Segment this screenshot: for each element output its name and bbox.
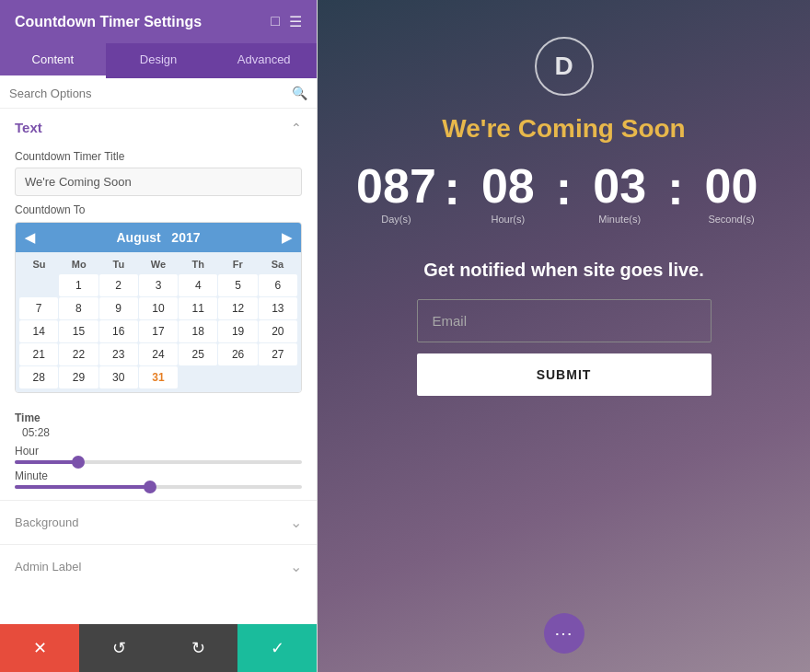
background-section[interactable]: Background ⌄: [0, 500, 317, 544]
countdown-minutes-label: Minute(s): [598, 214, 641, 225]
calendar-day[interactable]: 28: [19, 366, 58, 388]
redo-button[interactable]: ↻: [158, 624, 237, 672]
countdown-row: 087 Day(s) : 08 Hour(s) : 03 Minute(s) :…: [351, 162, 778, 225]
search-icon: 🔍: [292, 86, 307, 100]
email-input-wrapper: [417, 299, 712, 342]
calendar-day[interactable]: 23: [99, 343, 138, 365]
background-section-title: Background: [15, 516, 78, 529]
redo-icon: ↻: [191, 638, 205, 658]
day-name-mo: Mo: [59, 256, 98, 272]
text-section-chevron-icon: ⌃: [291, 121, 302, 135]
calendar-day: [19, 274, 58, 296]
colon-2: :: [556, 164, 572, 223]
admin-label-section[interactable]: Admin Label ⌄: [0, 544, 317, 588]
calendar-day[interactable]: 7: [19, 297, 58, 319]
coming-soon-title: We're Coming Soon: [442, 114, 685, 144]
calendar-day[interactable]: 10: [139, 297, 178, 319]
calendar-next-btn[interactable]: ▶: [282, 230, 292, 245]
text-section-content: Countdown Timer Title Countdown To ◀ Aug…: [0, 150, 317, 404]
calendar-grid: Su Mo Tu We Th Fr Sa 1234567891011121314…: [16, 252, 301, 392]
colon-1: :: [445, 164, 460, 223]
calendar-prev-btn[interactable]: ◀: [25, 230, 35, 245]
calendar: ◀ August 2017 ▶ Su Mo Tu We Th Fr Sa: [15, 222, 302, 393]
day-name-we: We: [138, 256, 178, 272]
day-name-tu: Tu: [98, 256, 138, 272]
time-label: Time: [15, 411, 302, 424]
tab-design[interactable]: Design: [106, 43, 212, 78]
save-icon: ✓: [271, 638, 284, 658]
calendar-day[interactable]: 22: [59, 343, 98, 365]
countdown-seconds-label: Second(s): [708, 214, 754, 225]
calendar-day[interactable]: 12: [218, 297, 257, 319]
day-name-fr: Fr: [218, 256, 258, 272]
fab-button[interactable]: ⋯: [544, 613, 584, 654]
settings-icon[interactable]: ☰: [289, 13, 302, 30]
calendar-days: 1234567891011121314151617181920212223242…: [19, 274, 297, 388]
search-input[interactable]: [9, 87, 286, 100]
admin-label-section-title: Admin Label: [15, 560, 81, 574]
text-section-header[interactable]: Text ⌃: [0, 109, 317, 143]
calendar-day[interactable]: 14: [19, 320, 58, 342]
countdown-days-number: 087: [356, 162, 436, 210]
admin-label-chevron-icon: ⌄: [290, 558, 302, 575]
countdown-hours-label: Hour(s): [491, 214, 525, 225]
undo-button[interactable]: ↺: [79, 624, 158, 672]
calendar-day[interactable]: 5: [218, 274, 257, 296]
calendar-day[interactable]: 13: [259, 297, 297, 319]
calendar-header: ◀ August 2017 ▶: [16, 223, 301, 252]
panel-header: Countdown Timer Settings □ ☰: [0, 0, 317, 43]
panel-body: Text ⌃ Countdown Timer Title Countdown T…: [0, 109, 317, 624]
time-section: Time 05:28 Hour Minute: [0, 404, 317, 500]
calendar-day[interactable]: 17: [139, 320, 178, 342]
calendar-day[interactable]: 21: [19, 343, 58, 365]
search-bar: 🔍: [0, 78, 317, 109]
minute-slider-label: Minute: [15, 469, 302, 482]
countdown-days-label: Day(s): [381, 214, 411, 225]
calendar-day[interactable]: 9: [99, 297, 138, 319]
bottom-toolbar: ✕ ↺ ↻ ✓: [0, 624, 317, 672]
tab-content[interactable]: Content: [0, 43, 106, 78]
calendar-day[interactable]: 3: [139, 274, 178, 296]
calendar-day[interactable]: 15: [59, 320, 98, 342]
calendar-day[interactable]: 29: [59, 366, 98, 388]
tab-bar: Content Design Advanced: [0, 43, 317, 78]
calendar-day[interactable]: 2: [99, 274, 138, 296]
calendar-day[interactable]: 20: [259, 320, 297, 342]
calendar-day[interactable]: 19: [218, 320, 257, 342]
calendar-day[interactable]: 11: [179, 297, 217, 319]
countdown-minutes: 03 Minute(s): [573, 162, 665, 225]
calendar-day[interactable]: 30: [99, 366, 138, 388]
panel-title: Countdown Timer Settings: [15, 14, 202, 30]
timer-title-input[interactable]: [15, 168, 302, 196]
calendar-day[interactable]: 4: [179, 274, 217, 296]
calendar-day[interactable]: 24: [139, 343, 178, 365]
background-chevron-icon: ⌄: [290, 514, 302, 531]
divi-logo: D: [535, 37, 594, 96]
calendar-day[interactable]: 6: [259, 274, 297, 296]
fab-icon: ⋯: [554, 622, 573, 644]
submit-button[interactable]: SUBMIT: [417, 353, 712, 396]
calendar-day[interactable]: 1: [59, 274, 98, 296]
calendar-day[interactable]: 8: [59, 297, 98, 319]
day-name-su: Su: [19, 256, 59, 272]
calendar-day[interactable]: 27: [259, 343, 297, 365]
fab-area: ⋯: [318, 613, 810, 654]
calendar-day[interactable]: 26: [218, 343, 257, 365]
minute-slider-track[interactable]: [15, 485, 302, 489]
save-button[interactable]: ✓: [237, 624, 317, 672]
hour-slider-track[interactable]: [15, 460, 302, 464]
day-name-sa: Sa: [258, 256, 297, 272]
email-input[interactable]: [417, 299, 712, 342]
calendar-day[interactable]: 25: [179, 343, 217, 365]
calendar-day[interactable]: 16: [99, 320, 138, 342]
calendar-day[interactable]: 18: [179, 320, 217, 342]
notify-text: Get notified when site goes live.: [423, 260, 704, 281]
countdown-to-label: Countdown To: [15, 203, 302, 216]
calendar-day[interactable]: 31: [139, 366, 178, 388]
tab-advanced[interactable]: Advanced: [211, 43, 317, 78]
cancel-button[interactable]: ✕: [0, 624, 79, 672]
day-name-th: Th: [179, 256, 218, 272]
expand-icon[interactable]: □: [271, 13, 280, 30]
countdown-hours: 08 Hour(s): [462, 162, 554, 225]
calendar-day-names: Su Mo Tu We Th Fr Sa: [19, 256, 297, 272]
